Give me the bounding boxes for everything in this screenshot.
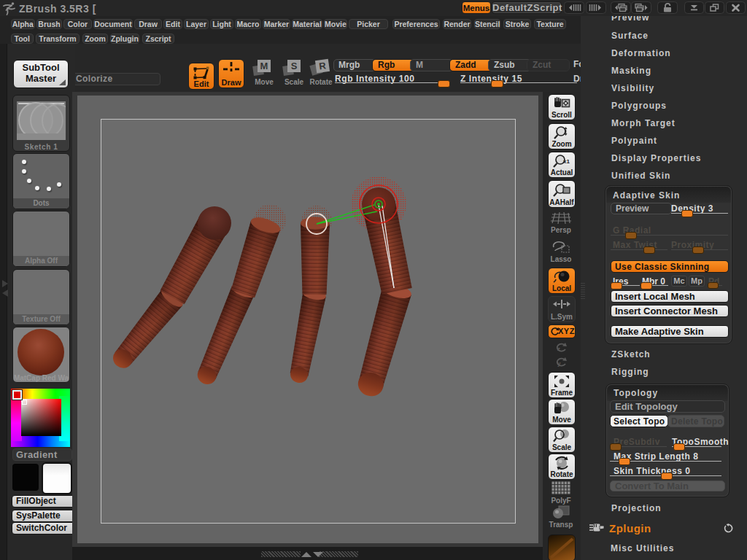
svg-text:z: z [557,346,560,352]
svg-text:y: y [557,360,561,367]
svg-text:x1: x1 [563,158,570,165]
